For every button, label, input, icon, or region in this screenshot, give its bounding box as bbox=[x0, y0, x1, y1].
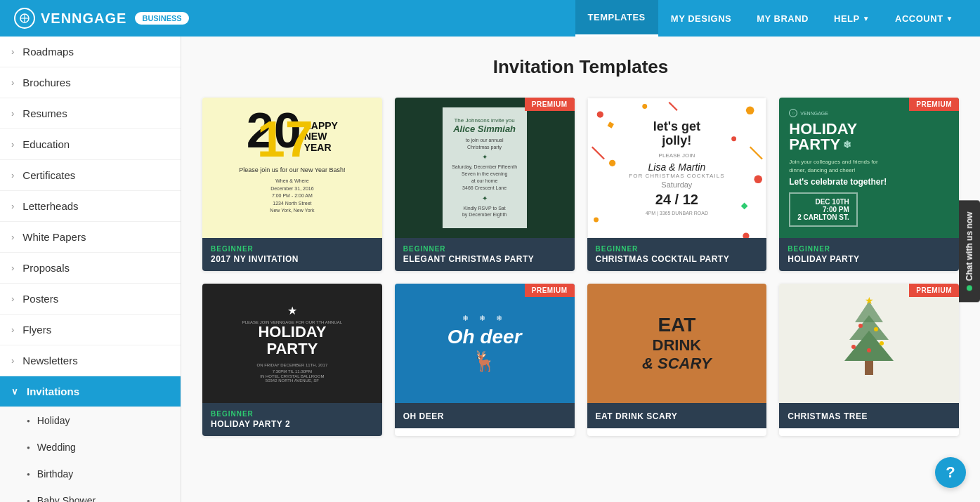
template-card-holiday-dark[interactable]: ★ PLEASE JOIN VENNGAGE FOR OUR 7TH ANNUA… bbox=[202, 284, 382, 436]
template-grid-row2: ★ PLEASE JOIN VENNGAGE FOR OUR 7TH ANNUA… bbox=[202, 284, 959, 436]
sidebar-item-white-papers[interactable]: › White Papers bbox=[0, 222, 181, 253]
card-level: BEGINNER bbox=[596, 245, 759, 253]
svg-point-7 bbox=[754, 176, 762, 184]
star-icon: ★ bbox=[287, 304, 297, 317]
card6-content: ❄ ❄ ❄ Oh deer 🦌 bbox=[447, 314, 522, 373]
chevron-right-icon: › bbox=[11, 46, 14, 57]
svg-line-13 bbox=[592, 147, 603, 159]
sidebar-item-proposals[interactable]: › Proposals bbox=[0, 253, 181, 284]
svg-text:★: ★ bbox=[865, 295, 874, 306]
svg-point-27 bbox=[880, 341, 884, 345]
logo-icon bbox=[14, 8, 35, 29]
main-layout: › Roadmaps › Brochures › Resumes › Educa… bbox=[0, 37, 980, 502]
sidebar-item-flyers[interactable]: › Flyers bbox=[0, 315, 181, 345]
nav-my-designs[interactable]: MY DESIGNS bbox=[658, 0, 744, 37]
card7-drink: DRINK bbox=[653, 336, 702, 355]
card-image-cocktail: let's getjolly! PLEASE JOIN Lisa & Marti… bbox=[587, 98, 767, 238]
sidebar-item-newsletters[interactable]: › Newsletters bbox=[0, 345, 181, 376]
nav-templates[interactable]: TEMPLATES bbox=[575, 0, 658, 37]
card7-eat: EAT bbox=[658, 314, 695, 336]
card-footer-oh-deer: OH DEER bbox=[395, 403, 575, 428]
card4-holiday: HOLIDAY bbox=[789, 121, 857, 137]
card-footer-holiday: BEGINNER HOLIDAY PARTY bbox=[779, 238, 959, 271]
card3-sub: PLEASE JOIN bbox=[629, 152, 724, 159]
main-content: Invitation Templates 20 HAPPYNEWYEAR 17 bbox=[181, 37, 980, 502]
account-dropdown-arrow: ▼ bbox=[946, 15, 953, 22]
svg-point-26 bbox=[851, 345, 856, 349]
sweater-icon: 🦌 bbox=[447, 350, 522, 373]
chevron-right-icon: › bbox=[11, 201, 14, 211]
card4-body: Join your colleagues and friends fordinn… bbox=[789, 158, 877, 173]
nav-my-brand[interactable]: MY BRAND bbox=[744, 0, 821, 37]
svg-line-15 bbox=[669, 103, 677, 111]
card3-names: Lisa & Martin bbox=[629, 161, 724, 173]
premium-badge: PREMIUM bbox=[909, 98, 959, 111]
sidebar-item-brochures[interactable]: › Brochures bbox=[0, 67, 181, 98]
brand-logo[interactable]: VENNGAGE bbox=[14, 8, 126, 29]
template-card-oh-deer[interactable]: PREMIUM ❄ ❄ ❄ Oh deer 🦌 OH DEER bbox=[395, 284, 575, 436]
svg-point-28 bbox=[867, 348, 871, 352]
sidebar-subitem-holiday[interactable]: ● Holiday bbox=[0, 407, 181, 434]
chevron-right-icon: › bbox=[11, 324, 14, 335]
card-name: OH DEER bbox=[403, 411, 566, 421]
premium-badge: PREMIUM bbox=[909, 284, 959, 297]
svg-rect-22 bbox=[865, 361, 873, 375]
snowflake-icon: ❄ bbox=[843, 140, 851, 150]
card-footer-eat-drink: EAT DRINK SCARY bbox=[587, 403, 767, 428]
sidebar-item-education[interactable]: › Education bbox=[0, 129, 181, 160]
card-level: BEGINNER bbox=[211, 410, 374, 418]
card-footer-holiday-dark: BEGINNER HOLIDAY PARTY 2 bbox=[202, 403, 382, 436]
svg-point-3 bbox=[596, 111, 603, 117]
sidebar-item-invitations[interactable]: ∨ Invitations bbox=[0, 376, 181, 407]
card-level: BEGINNER bbox=[788, 245, 950, 253]
card2-rsvp: Kindly RSVP to Satby December Eighth bbox=[450, 205, 520, 219]
template-card-ny2017[interactable]: 20 HAPPYNEWYEAR 17 Please join us for ou… bbox=[202, 98, 382, 271]
sidebar-item-posters[interactable]: › Posters bbox=[0, 284, 181, 315]
card5-party: PARTY bbox=[266, 340, 318, 358]
card3-date: 24 / 12 bbox=[629, 192, 724, 208]
card2-date: Saturday, December FifteenthSeven in the… bbox=[450, 164, 520, 191]
chat-widget[interactable]: Chat with us now bbox=[959, 200, 980, 302]
sidebar-subitem-birthday[interactable]: ● Birthday bbox=[0, 461, 181, 487]
card3-for: FOR CHRISTMAS COCKTAILS bbox=[629, 173, 724, 179]
card4-party: PARTY ❄ bbox=[789, 137, 851, 152]
bullet-icon: ● bbox=[27, 444, 30, 451]
chevron-right-icon: › bbox=[11, 139, 14, 150]
template-card-elegant-christmas[interactable]: PREMIUM The Johnsons invite you Alice Si… bbox=[395, 98, 575, 271]
nav-account[interactable]: ACCOUNT ▼ bbox=[882, 0, 966, 37]
card3-headline: let's getjolly! bbox=[629, 120, 724, 148]
card4-logo: ○ VENNGAGE bbox=[789, 109, 828, 117]
svg-line-14 bbox=[750, 147, 762, 159]
card-name: ELEGANT CHRISTMAS PARTY bbox=[403, 254, 566, 264]
card-footer-elegant: BEGINNER ELEGANT CHRISTMAS PARTY bbox=[395, 238, 575, 271]
sidebar-item-resumes[interactable]: › Resumes bbox=[0, 98, 181, 129]
card-footer-ny2017: BEGINNER 2017 NY INVITATION bbox=[202, 238, 382, 271]
card-footer-christmas-tree: CHRISTMAS TREE bbox=[779, 403, 959, 428]
svg-rect-12 bbox=[740, 203, 747, 210]
card-image-oh-deer: PREMIUM ❄ ❄ ❄ Oh deer 🦌 bbox=[395, 284, 575, 403]
svg-rect-11 bbox=[607, 121, 613, 128]
sidebar-item-roadmaps[interactable]: › Roadmaps bbox=[0, 37, 181, 67]
template-card-eat-drink[interactable]: EAT DRINK & SCARY EAT DRINK SCARY bbox=[587, 284, 767, 436]
svg-point-9 bbox=[743, 232, 749, 238]
sidebar-subitem-wedding[interactable]: ● Wedding bbox=[0, 434, 181, 461]
nav-help[interactable]: HELP ▼ bbox=[821, 0, 882, 37]
template-card-cocktail[interactable]: let's getjolly! PLEASE JOIN Lisa & Marti… bbox=[587, 98, 767, 271]
chevron-right-icon: › bbox=[11, 293, 14, 304]
svg-point-25 bbox=[874, 327, 878, 331]
sidebar-subitem-baby-shower[interactable]: ● Baby Shower bbox=[0, 487, 181, 502]
card3-venue: 4PM | 3365 DUNBAR ROAD bbox=[629, 211, 724, 216]
sidebar-item-letterheads[interactable]: › Letterheads bbox=[0, 191, 181, 222]
card1-invite-text: Please join us for our New Year Bash! bbox=[239, 166, 345, 173]
help-button[interactable]: ? bbox=[935, 457, 966, 488]
card-name: HOLIDAY PARTY 2 bbox=[211, 419, 374, 429]
template-card-holiday-party[interactable]: PREMIUM ○ VENNGAGE HOLIDAY PARTY ❄ Join … bbox=[779, 98, 959, 271]
card-name: EAT DRINK SCARY bbox=[596, 411, 759, 421]
christmas-tree-svg: ★ bbox=[834, 294, 904, 392]
template-card-christmas-tree[interactable]: PREMIUM ★ bbox=[779, 284, 959, 436]
chevron-right-icon: › bbox=[11, 263, 14, 273]
svg-point-4 bbox=[745, 107, 754, 115]
business-badge[interactable]: BUSINESS bbox=[135, 12, 188, 25]
card1-details: When & WhereDecember 31, 20167:00 PM - 2… bbox=[270, 178, 314, 215]
sidebar-item-certificates[interactable]: › Certificates bbox=[0, 160, 181, 191]
